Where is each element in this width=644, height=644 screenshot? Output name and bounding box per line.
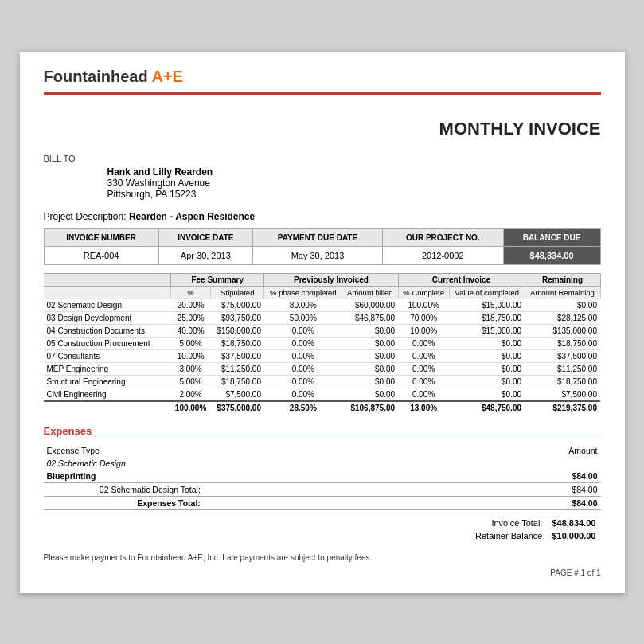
sub-phase-pct: % phase completed [264, 286, 342, 299]
fee-row-amt-billed: $0.00 [342, 324, 398, 337]
retainer-row: Retainer Balance $10,000.00 [470, 529, 600, 542]
fee-row-complete: 0.00% [398, 349, 449, 362]
fee-total-pct: 100.00% [171, 401, 211, 414]
page-number: PAGE # 1 of 1 [44, 568, 601, 577]
fee-row-value-completed: $15,000.00 [449, 324, 525, 337]
sub-complete: % Complete [398, 286, 449, 299]
fee-row: 02 Schematic Design 20.00% $75,000.00 80… [44, 299, 601, 311]
fee-row-complete: 0.00% [398, 337, 449, 349]
expenses-total-row: Expenses Total: $84.00 [44, 496, 601, 509]
prev-invoiced-header: Previously Invoiced [264, 273, 398, 286]
fee-row-value-completed: $0.00 [449, 362, 525, 375]
current-invoice-header: Current Invoice [398, 273, 525, 286]
fee-row-phase-pct: 50.00% [264, 311, 342, 324]
fee-row-name: 05 Construction Procurement [44, 337, 171, 349]
sub-remaining: Amount Remaining [525, 286, 600, 299]
fee-total-phase-pct: 28.50% [264, 401, 342, 414]
totals-table: Invoice Total: $48,834.00 Retainer Balan… [470, 517, 600, 542]
totals-section: Invoice Total: $48,834.00 Retainer Balan… [44, 517, 601, 542]
footer-note: Please make payments to Fountainhead A+E… [44, 553, 601, 562]
client-address1: 330 Washington Avenue [107, 178, 601, 189]
fee-row-complete: 0.00% [398, 375, 449, 388]
sub-value-completed: Value of completed [449, 286, 525, 299]
col-our-project-no: OUR PROJECT NO. [382, 228, 503, 246]
invoice-total-label: Invoice Total: [470, 517, 547, 529]
fee-row-stipulated: $11,250.00 [211, 362, 264, 375]
fee-row-value-completed: $0.00 [449, 337, 525, 349]
fee-row: 04 Construction Documents 40.00% $150,00… [44, 324, 601, 337]
fee-row-phase-pct: 0.00% [264, 375, 342, 388]
schematic-design-label: 02 Schematic Design [44, 457, 601, 470]
fee-total-remaining: $219,375.00 [525, 401, 600, 414]
expenses-section-label: 02 Schematic Design [44, 457, 601, 470]
section-total-value: $84.00 [204, 482, 601, 496]
fee-summary-table: Fee Summary Previously Invoiced Current … [44, 273, 601, 414]
client-name: Hank and Lilly Rearden [107, 166, 601, 178]
fee-row-value-completed: $0.00 [449, 375, 525, 388]
fee-row-pct: 2.00% [171, 388, 211, 401]
fee-row-phase-pct: 0.00% [264, 337, 342, 349]
fee-row-stipulated: $18,750.00 [211, 337, 264, 349]
fee-row-value-completed: $18,750.00 [449, 311, 525, 324]
fee-row-stipulated: $150,000.00 [211, 324, 264, 337]
fee-row-amt-billed: $0.00 [342, 349, 398, 362]
fee-row-pct: 20.00% [171, 299, 211, 311]
fee-row-stipulated: $75,000.00 [211, 299, 264, 311]
fee-row-complete: 100.00% [398, 299, 449, 311]
balance-due-value: $48,834.00 [503, 246, 600, 264]
expense-item-amount: $84.00 [236, 470, 600, 483]
fee-row-phase-pct: 0.00% [264, 362, 342, 375]
fee-total-row: 100.00% $375,000.00 28.50% $106,875.00 1… [44, 401, 601, 414]
fee-row-phase-pct: 80.00% [264, 299, 342, 311]
fee-row: 07 Consultants 10.00% $37,500.00 0.00% $… [44, 349, 601, 362]
invoice-header-table: INVOICE NUMBER INVOICE DATE PAYMENT DUE … [44, 228, 601, 265]
fee-total-stipulated: $375,000.00 [211, 401, 264, 414]
fee-row-pct: 25.00% [171, 311, 211, 324]
fee-row-pct: 3.00% [171, 362, 211, 375]
fee-row-name: Structural Engineering [44, 375, 171, 388]
expenses-col-headers: Expense Type Amount [44, 444, 601, 457]
col-invoice-number: INVOICE NUMBER [44, 228, 158, 246]
fee-row-remaining: $135,000.00 [525, 324, 600, 337]
invoice-total-row: Invoice Total: $48,834.00 [470, 517, 600, 529]
fee-total-value-completed: $48,750.00 [449, 401, 525, 414]
invoice-total-value: $48,834.00 [547, 517, 600, 529]
fee-row-pct: 5.00% [171, 375, 211, 388]
col-expense-type: Expense Type [44, 444, 171, 457]
fee-row-value-completed: $0.00 [449, 349, 525, 362]
fee-row-phase-pct: 0.00% [264, 349, 342, 362]
fee-row-remaining: $18,750.00 [525, 375, 600, 388]
fee-total-label [44, 401, 171, 414]
fee-total-amt-billed: $106,875.00 [342, 401, 398, 414]
fee-row-complete: 10.00% [398, 324, 449, 337]
fee-row: Civil Engineering 2.00% $7,500.00 0.00% … [44, 388, 601, 401]
fee-row: 03 Design Development 25.00% $93,750.00 … [44, 311, 601, 324]
fee-row-name: 02 Schematic Design [44, 299, 171, 311]
project-no-value: 2012-0002 [382, 246, 503, 264]
fee-row-amt-billed: $0.00 [342, 362, 398, 375]
fee-row-name: 04 Construction Documents [44, 324, 171, 337]
expenses-section-total: 02 Schematic Design Total: $84.00 [44, 482, 601, 496]
invoice-number-value: REA-004 [44, 246, 158, 264]
expense-item-blueprinting: Blueprinting $84.00 [44, 470, 601, 483]
fee-row-stipulated: $93,750.00 [211, 311, 264, 324]
fee-row-pct: 10.00% [171, 349, 211, 362]
col-balance-due: BALANCE DUE [503, 228, 600, 246]
payment-due-date-value: May 30, 2013 [252, 246, 382, 264]
invoice-title: MONTHLY INVOICE [44, 119, 601, 139]
invoice-page: Fountainhead A+E MONTHLY INVOICE BILL TO… [20, 52, 625, 593]
fee-summary-header: Fee Summary [171, 273, 264, 286]
fee-row-stipulated: $18,750.00 [211, 375, 264, 388]
fee-row-amt-billed: $0.00 [342, 388, 398, 401]
fee-row-complete: 70.00% [398, 311, 449, 324]
retainer-value: $10,000.00 [547, 529, 600, 542]
fee-row-remaining: $37,500.00 [525, 349, 600, 362]
col-invoice-date: INVOICE DATE [158, 228, 252, 246]
fee-row-name: Civil Engineering [44, 388, 171, 401]
fee-row: Structural Engineering 5.00% $18,750.00 … [44, 375, 601, 388]
fee-row-remaining: $0.00 [525, 299, 600, 311]
fee-row-remaining: $28,125.00 [525, 311, 600, 324]
sub-stipulated: Stipulated [211, 286, 264, 299]
expenses-total-value: $84.00 [204, 496, 601, 509]
fee-row-stipulated: $7,500.00 [211, 388, 264, 401]
